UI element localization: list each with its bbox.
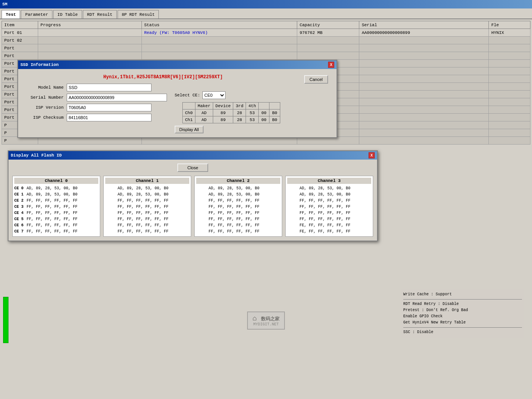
list-item: FF, FF, FF, FF, FF, FF [105, 204, 189, 210]
model-name-row: Model Name [24, 84, 167, 91]
select-ce-label: Select CE: [175, 93, 200, 98]
table-row: Port [2, 52, 530, 60]
write-cache-info: Write Cache : Support [403, 291, 522, 298]
title-bar: SM [0, 0, 532, 8]
channel-1-section: Channel 1 AD, 89, 28, 53, 00, B0 AD, 89,… [103, 176, 191, 237]
col-3rd: 3rd [233, 103, 246, 109]
flash-all-dialog: Display All Flash ID X Close Channel 0 C… [8, 150, 378, 241]
flash-all-close-button[interactable]: X [369, 152, 375, 158]
port-item: Port [2, 52, 38, 60]
serial-number-input[interactable] [67, 94, 167, 101]
list-item: FF, FF, FF, FF, FF, FF [196, 229, 280, 235]
list-item: CE 4 FF, FF, FF, FF, FF, FF [14, 210, 98, 216]
model-name-input[interactable] [67, 84, 152, 91]
list-item: CE 5 FF, FF, FF, FF, FF, FF [14, 216, 98, 222]
list-item: FF, FF, FF, FF, FF, FF [287, 216, 371, 222]
list-item: FF, FF, FF, FF, FF, FF [105, 229, 189, 235]
tab-id-table[interactable]: ID Table [53, 10, 82, 19]
separator-2 [403, 327, 522, 328]
list-item: AD, 89, 28, 53, 00, B0 [196, 185, 280, 192]
list-item: CE 6 FF, FF, FF, FF, FF, FF [14, 222, 98, 229]
tab-8p-rdt-result[interactable]: 8P RDT Result [118, 10, 159, 19]
get-hynix: Get HynixV4 New Retry Table [403, 320, 522, 326]
list-item: FF, FF, FF, FF, FF, FF [196, 216, 280, 222]
list-item: FE, FF, FF, FF, FF, FF [287, 229, 371, 235]
channel-grid: Channel 0 CE 0 AD, 89, 28, 53, 00, B0 CE… [12, 176, 373, 237]
table-row: Port 02 [2, 37, 530, 44]
isp-version-row: ISP Version [24, 104, 167, 111]
tab-rdt-result[interactable]: RDT Result [83, 10, 117, 19]
flash-all-titlebar: Display All Flash ID X [8, 151, 377, 160]
green-status-bar [3, 297, 8, 343]
port-item: Port 02 [2, 37, 38, 44]
list-item: FF, FF, FF, FF, FF, FF [196, 222, 280, 229]
flash-all-content: Close Channel 0 CE 0 AD, 89, 28, 53, 00,… [8, 160, 377, 241]
channel-3-title: Channel 3 [287, 178, 371, 184]
watermark: ⌂ 数码之家 MYDIGIT.NET [247, 311, 285, 330]
channel-0-title: Channel 0 [14, 178, 98, 184]
list-item: CE 3 FF, FF, FF, FF, FF, FF [14, 204, 98, 210]
channel-2-title: Channel 2 [196, 178, 280, 184]
isp-checksum-row: ISP Checksum [24, 114, 167, 121]
model-name-label: Model Name [24, 85, 67, 90]
tab-test[interactable]: Test [2, 10, 20, 19]
app-title: SM [2, 2, 7, 7]
table-row: Port 01 Ready (FW: T0605A0 HYNV6) 976762… [2, 29, 530, 37]
channel-1-title: Channel 1 [105, 178, 189, 184]
isp-version-input[interactable] [67, 104, 152, 111]
col-4th: 4th [246, 103, 259, 109]
watermark-url: MYDIGIT.NET [253, 322, 279, 327]
list-item: FF, FF, FF, FF, FF, FF [196, 198, 280, 204]
pretest-info: Pretest : Don't Ref. Org Bad [403, 307, 522, 313]
watermark-box: ⌂ 数码之家 MYDIGIT.NET [247, 311, 285, 330]
list-item: AD, 89, 28, 53, 00, B0 [287, 185, 371, 192]
list-item: FE, FF, FF, FF, FF, FF [287, 222, 371, 229]
list-item: FF, FF, FF, FF, FF, FF [287, 198, 371, 204]
port-item: Port 01 [2, 29, 38, 37]
col-item: Item [2, 21, 38, 29]
port-fle: HYNIX [489, 29, 530, 37]
isp-checksum-input[interactable] [67, 114, 152, 121]
list-item: FF, FF, FF, FF, FF, FF [105, 210, 189, 216]
ssd-dialog-content: Cancel Hynix,1Tbit,H25JGT8A1M8R[V6][1V2]… [18, 69, 337, 137]
watermark-text: 数码之家 [261, 317, 279, 322]
col-fle: Fle [489, 21, 530, 29]
isp-version-label: ISP Version [24, 105, 67, 110]
list-item: FF, FF, FF, FF, FF, FF [196, 210, 280, 216]
channel-2-section: Channel 2 AD, 89, 28, 53, 00, B0 AD, 89,… [194, 176, 282, 237]
ssd-model-header: Hynix,1Tbit,H25JGT8A1M8R[V6][1V2][SM2259… [24, 74, 330, 80]
main-window: SM Test Parameter ID Table RDT Result 8P… [0, 0, 532, 399]
list-item: CE 0 AD, 89, 28, 53, 00, B0 [14, 185, 98, 192]
col-serial: Serial [359, 21, 489, 29]
ssd-dialog-titlebar: SSD Information X [18, 61, 337, 69]
list-item: FF, FF, FF, FF, FF, FF [105, 216, 189, 222]
serial-number-row: Serial Number [24, 94, 167, 101]
ssd-info-dialog: SSD Information X Cancel Hynix,1Tbit,H25… [17, 60, 337, 138]
ssd-form-fields: Model Name Serial Number ISP Version ISP… [24, 84, 167, 133]
list-item: FF, FF, FF, FF, FF, FF [287, 204, 371, 210]
close-button[interactable]: Close [177, 163, 208, 172]
separator-1 [403, 299, 522, 300]
port-status: Ready (FW: T0605A0 HYNV6) [141, 29, 297, 37]
flash-id-row-ch1: Ch1 AD 89 28 53 00 B0 [183, 116, 280, 123]
ssd-dialog-close-button[interactable]: X [328, 62, 334, 68]
col-maker: Maker [195, 103, 213, 109]
display-all-button[interactable]: Display All [175, 126, 204, 133]
port-item: Port [2, 44, 38, 52]
tab-parameter[interactable]: Parameter [21, 10, 52, 19]
cancel-button[interactable]: Cancel [304, 75, 328, 84]
serial-number-label: Serial Number [24, 95, 67, 100]
list-item: FF, FF, FF, FF, FF, FF [105, 198, 189, 204]
list-item: FF, FF, FF, FF, FF, FF [105, 222, 189, 229]
list-item: AD, 89, 28, 53, 00, B0 [105, 185, 189, 192]
ssd-dialog-title: SSD Information [20, 62, 59, 67]
port-serial: AA00000000000000899 [359, 29, 489, 37]
home-icon: ⌂ [253, 315, 257, 322]
col-progress: Progress [38, 21, 142, 29]
enable-gpio: Enable GPIO Check [403, 313, 522, 320]
ssc-info: SSC : Disable [403, 329, 522, 335]
ce-select[interactable]: CE0 [202, 91, 226, 99]
col-device: Device [213, 103, 233, 109]
list-item: CE 7 FF, FF, FF, FF, FF, FF [14, 229, 98, 235]
list-item: CE 2 FF, FF, FF, FF, FF, FF [14, 198, 98, 204]
